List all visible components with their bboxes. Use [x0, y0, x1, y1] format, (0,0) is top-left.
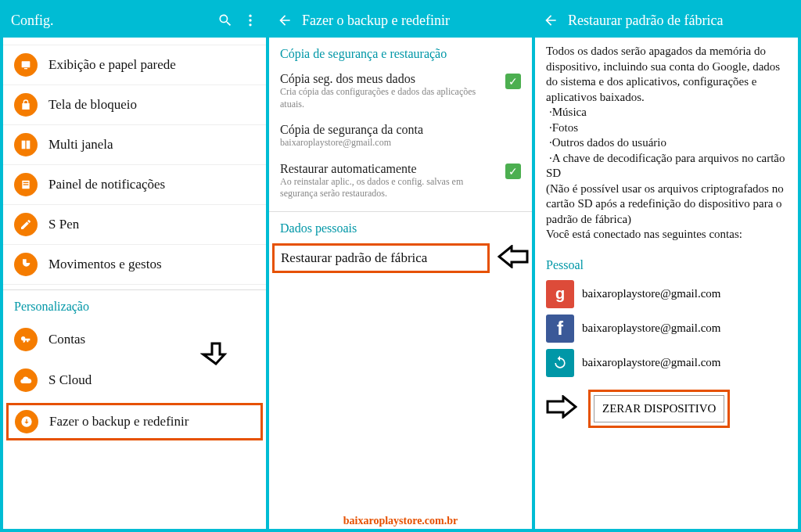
section-pessoal: Pessoal: [535, 249, 798, 277]
backup-icon: [15, 410, 38, 433]
section-personalization: Personalização: [3, 290, 266, 318]
account-email: baixaroplaystore@gmail.com: [582, 287, 721, 300]
svg-rect-9: [23, 184, 29, 185]
account-email: baixaroplaystore@gmail.com: [582, 322, 721, 335]
warning: Todos os dados serão apagados da memória…: [546, 45, 780, 103]
settings-item-notifications[interactable]: Painel de notificações: [3, 165, 266, 205]
settings-item-motions[interactable]: Movimentos e gestos: [3, 245, 266, 285]
checkbox-checked[interactable]: [505, 164, 521, 179]
arrow-right-icon: [546, 395, 577, 422]
bullet: ·Música: [546, 106, 587, 118]
auto-restore[interactable]: Restaurar automaticamente Ao reinstalar …: [269, 156, 532, 207]
bullet: ·Fotos: [546, 121, 578, 134]
connected-text: Você está conectado nas seguintes contas…: [546, 228, 742, 240]
backup-panel: Fazer o backup e redefinir Cópia de segu…: [269, 3, 532, 529]
factory-content: Todos os dados serão apagados da memória…: [535, 38, 798, 529]
svg-rect-8: [23, 182, 29, 183]
cloud-icon: [14, 368, 38, 392]
header-title: Fazer o backup e redefinir: [302, 13, 524, 29]
backup-title: Restaurar automaticamente: [280, 162, 499, 176]
highlight-reset-button: ZERAR DISPOSITIVO: [588, 390, 730, 428]
item-label: Multi janela: [48, 137, 113, 153]
backup-account[interactable]: Cópia de segurança da conta baixaroplays…: [269, 117, 532, 156]
watermark-text: baixaroplaystore.com.br: [343, 515, 458, 527]
header-config: Config.: [3, 3, 266, 38]
header-title: Config.: [11, 13, 208, 29]
bullet: ·Outros dados do usuário: [546, 136, 666, 149]
lock-icon: [14, 93, 38, 117]
item-label: Exibição e papel parede: [48, 57, 176, 73]
item-label: Contas: [48, 332, 85, 347]
item-label: Movimentos e gestos: [48, 257, 162, 272]
item-label: S Pen: [48, 217, 79, 232]
header-factory: Restaurar padrão de fábrica: [535, 3, 798, 38]
gesture-icon: [14, 253, 38, 276]
arrow-left-icon: [497, 245, 529, 271]
backup-title: Cópia seg. dos meus dados: [280, 72, 499, 86]
account-email: baixaroplaystore@gmail.com: [582, 356, 721, 369]
paren-note: (Não é possível usar os arquivos criptog…: [546, 182, 784, 225]
backup-my-data[interactable]: Cópia seg. dos meus dados Cria cópia das…: [269, 66, 532, 117]
highlight-backup-reset[interactable]: Fazer o backup e redefinir: [6, 403, 263, 440]
item-label: Restaurar padrão de fábrica: [281, 250, 427, 265]
google-icon: g: [546, 280, 574, 308]
checkbox-checked[interactable]: [505, 74, 521, 89]
highlight-factory-reset[interactable]: Restaurar padrão de fábrica: [272, 243, 490, 273]
multiwindow-icon: [14, 133, 38, 156]
settings-item-multiwindow[interactable]: Multi janela: [3, 125, 266, 165]
account-google[interactable]: g baixaroplaystore@gmail.com: [535, 277, 798, 311]
svg-rect-4: [24, 68, 27, 69]
display-icon: [14, 53, 38, 77]
back-icon[interactable]: [277, 13, 293, 28]
section-personal-data: Dados pessoais: [269, 212, 532, 240]
header-title: Restaurar padrão de fábrica: [568, 13, 790, 29]
back-icon[interactable]: [543, 13, 559, 28]
backup-content: Cópia de segurança e restauração Cópia s…: [269, 38, 532, 529]
account-sync[interactable]: baixaroplaystore@gmail.com: [535, 346, 798, 380]
notifications-icon: [14, 173, 38, 196]
sync-icon: [546, 349, 574, 377]
arrow-down-icon: [200, 342, 232, 368]
reset-device-button[interactable]: ZERAR DISPOSITIVO: [594, 395, 724, 422]
svg-rect-3: [22, 61, 31, 67]
settings-item-accounts[interactable]: Contas: [3, 318, 266, 361]
backup-sub: baixaroplaystore@gmail.com: [280, 137, 521, 149]
svg-point-0: [249, 15, 251, 17]
svg-rect-6: [27, 141, 31, 149]
settings-item-spen[interactable]: S Pen: [3, 205, 266, 245]
facebook-icon: f: [546, 315, 574, 343]
backup-sub: Ao reinstalar aplic., os dados e config.…: [280, 176, 499, 200]
backup-sub: Cria cópia das configurações e dados das…: [280, 86, 499, 110]
search-icon[interactable]: [217, 13, 233, 28]
svg-rect-5: [22, 141, 26, 149]
account-facebook[interactable]: f baixaroplaystore@gmail.com: [535, 311, 798, 346]
backup-title: Cópia de segurança da conta: [280, 123, 521, 137]
bullet: ·A chave de decodificação para arquivos …: [546, 152, 785, 180]
more-icon[interactable]: [242, 13, 258, 28]
header-backup: Fazer o backup e redefinir: [269, 3, 532, 38]
pen-icon: [14, 213, 38, 236]
svg-point-2: [249, 23, 251, 26]
config-content: Exibição e papel parede Tela de bloqueio…: [3, 38, 266, 529]
settings-item-lockscreen[interactable]: Tela de bloqueio: [3, 85, 266, 125]
factory-reset-panel: Restaurar padrão de fábrica Todos os dad…: [535, 3, 798, 529]
item-label: Painel de notificações: [48, 177, 165, 192]
settings-item-display[interactable]: Exibição e papel parede: [3, 45, 266, 85]
svg-point-1: [249, 19, 251, 21]
section-backup-restore: Cópia de segurança e restauração: [269, 38, 532, 66]
item-label: Tela de bloqueio: [48, 97, 137, 113]
warning-text: Todos os dados serão apagados da memória…: [535, 38, 798, 249]
item-label: S Cloud: [48, 372, 92, 388]
item-label: Fazer o backup e redefinir: [49, 414, 189, 430]
key-icon: [14, 328, 38, 351]
config-panel: Config. Exibição e papel parede Tela de …: [3, 3, 266, 529]
